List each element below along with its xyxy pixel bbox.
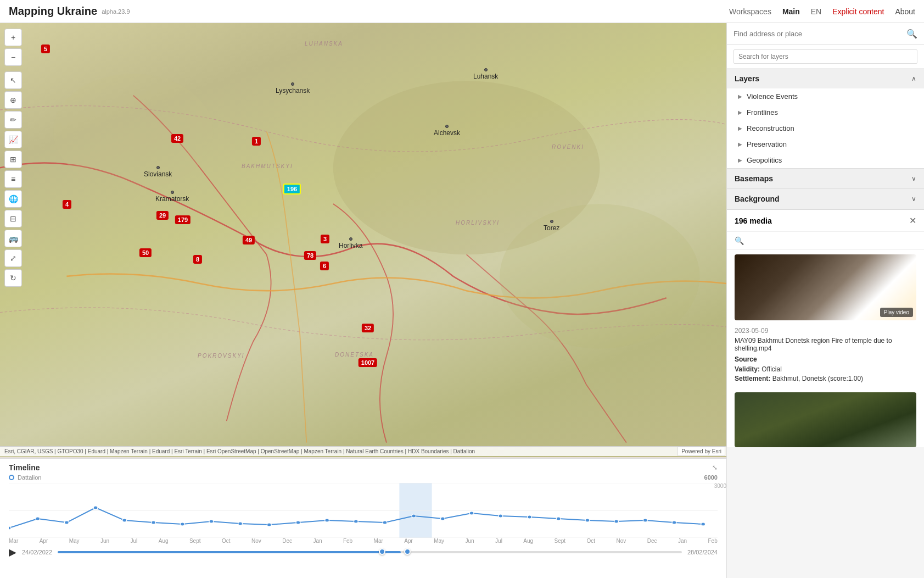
search-input[interactable] [733,30,902,38]
city-luhansk[interactable]: Luhansk [473,68,498,80]
y-max-label: 6000 [704,474,718,481]
settlement-label: Settlement: [735,375,770,382]
city-alchevsk[interactable]: Alchevsk [434,125,460,137]
nav-about[interactable]: About [895,7,915,16]
month-jan-2: Jan [678,538,687,544]
slider-handle-right[interactable] [404,548,411,555]
month-labels: Mar Apr May Jun Jul Aug Sept Oct Nov Dec… [0,538,726,544]
timeline-collapse-button[interactable]: ⤡ [712,464,718,471]
play-button[interactable]: ▶ [9,546,16,558]
address-search-box[interactable]: 🔍 [727,23,924,45]
month-aug-1: Aug [159,538,169,544]
layer-frontlines[interactable]: ▶ Frontlines [727,104,924,120]
map-background: Luhansk Lysychansk Alchevsk Sloviansk Kr… [0,23,726,457]
basemaps-section: Basemaps ∨ [727,169,924,189]
svg-point-11 [122,519,127,522]
city-lysychansk[interactable]: Lysychansk [276,82,310,95]
grid-tool[interactable]: ⊟ [4,210,22,227]
cluster-3[interactable]: 3 [321,235,329,243]
layers-search-box[interactable] [727,45,924,69]
month-feb-2: Feb [708,538,718,544]
month-sep-2: Sept [555,538,566,544]
cluster-196[interactable]: 196 [283,184,301,194]
cluster-32[interactable]: 32 [362,324,374,332]
svg-point-10 [93,506,98,509]
start-date-label: 24/02/2022 [22,549,52,555]
layers-search-input[interactable] [733,49,917,64]
menu-tool[interactable]: ≡ [4,170,22,188]
cluster-179[interactable]: 179 [175,215,191,224]
lasso-tool[interactable]: ⊕ [4,91,22,109]
filter-tool[interactable]: 🚌 [4,230,22,247]
svg-point-7 [9,526,11,530]
layer-arrow-icon: ▶ [738,125,742,131]
layers-tool[interactable]: ⊞ [4,151,22,168]
svg-point-18 [325,519,329,522]
media-thumbnail-1[interactable]: Play video [735,254,916,320]
media-search-icon[interactable]: 🔍 [735,236,744,245]
month-feb-1: Feb [343,538,352,544]
media-close-button[interactable]: ✕ [909,215,916,226]
layer-geopolitics[interactable]: ▶ Geopolitics [727,152,924,168]
cluster-6[interactable]: 6 [320,262,329,270]
nav-main[interactable]: Main [782,7,800,16]
expand-tool[interactable]: ⤢ [4,249,22,267]
month-nov-2: Nov [617,538,626,544]
month-dec-2: Dec [647,538,657,544]
cluster-29[interactable]: 29 [156,211,169,220]
select-tool[interactable]: ↖ [4,71,22,89]
timeline-chart: 3000 [0,483,726,538]
region-luhanska: LUHANSKA [305,41,343,47]
nav-explicit[interactable]: Explicit content [832,7,884,16]
map-overlay [0,23,726,457]
city-horlivka[interactable]: Horlivka [339,237,362,249]
background-section-header[interactable]: Background ∨ [727,189,924,209]
nav-workspaces[interactable]: Workspaces [729,7,771,16]
cluster-49[interactable]: 49 [243,236,255,244]
layers-section-header[interactable]: Layers ∧ [727,69,924,88]
rotate-tool[interactable]: ↻ [4,269,22,287]
attribution-text: Esri, CGIAR, USGS | GTOPO30 | Eduard | M… [4,448,475,454]
svg-point-27 [585,519,590,522]
svg-point-14 [209,520,214,523]
map-container[interactable]: Luhansk Lysychansk Alchevsk Sloviansk Kr… [0,23,726,457]
svg-point-22 [440,517,445,520]
city-kramatorsk[interactable]: Kramatorsk [155,191,189,203]
basemaps-section-header[interactable]: Basemaps ∨ [727,169,924,188]
cluster-1007[interactable]: 1007 [359,358,377,367]
cluster-1[interactable]: 1 [252,137,261,146]
cluster-50[interactable]: 50 [139,248,152,257]
globe-tool[interactable]: 🌐 [4,190,22,208]
region-rovenki: ROVENKI [552,144,584,150]
cluster-78[interactable]: 78 [304,251,316,260]
cluster-42[interactable]: 42 [171,134,183,143]
settlement-value: Bakhmut, Donetsk (score:1.00) [772,375,863,382]
media-thumbnail-2[interactable] [735,392,916,447]
slider-handle-left[interactable] [379,548,385,555]
layer-violence-events[interactable]: ▶ Violence Events [727,88,924,104]
layer-preservation[interactable]: ▶ Preservation [727,136,924,152]
city-sloviansk[interactable]: Sloviansk [144,166,172,178]
media-info: 2023-05-09 MAY09 Bakhmut Donetsk region … [727,325,924,388]
zoom-out-button[interactable]: − [4,48,22,66]
svg-point-24 [499,514,503,518]
zoom-in-button[interactable]: + [4,29,22,46]
media-description: MAY09 Bakhmut Donetsk region Fire of tem… [735,337,916,352]
cluster-4[interactable]: 4 [63,200,71,209]
region-horlivskyi: HORLIVSKYI [456,220,500,226]
left-toolbar: + − ↖ ⊕ ✏ 📈 ⊞ ≡ 🌐 ⊟ 🚌 ⤢ ↻ [4,29,22,287]
city-torez[interactable]: Torez [544,220,559,232]
app-title: Mapping Ukraine [9,5,97,18]
cluster-8[interactable]: 8 [193,255,202,264]
chart-tool[interactable]: 📈 [4,131,22,148]
media-title: 196 media [735,216,772,225]
play-video-button[interactable]: Play video [880,308,913,317]
region-bakhmutskyi: BAKHMUTSKYI [242,163,293,169]
cluster-5[interactable]: 5 [41,45,50,53]
search-icon[interactable]: 🔍 [906,29,917,39]
layer-reconstruction[interactable]: ▶ Reconstruction [727,120,924,136]
draw-tool[interactable]: ✏ [4,111,22,129]
nav-lang[interactable]: EN [811,7,821,16]
timeline-slider[interactable] [58,551,682,553]
svg-point-29 [643,519,647,522]
